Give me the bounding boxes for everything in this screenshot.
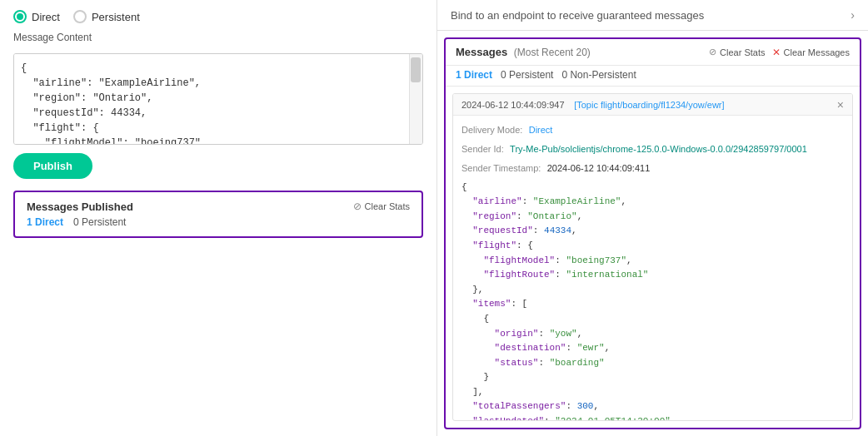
- messages-panel: Messages (Most Recent 20) ⊘ Clear Stats …: [444, 37, 861, 429]
- msg-stat-persistent: 0 Persistent: [501, 69, 553, 81]
- json-line: "flightModel": "boeing737",: [461, 254, 844, 269]
- sender-id-label: Sender Id:: [461, 144, 504, 154]
- json-line: "items": [: [461, 297, 844, 312]
- clear-stats-icon-right: ⊘: [709, 47, 716, 57]
- delivery-mode-label: Delivery Mode:: [461, 125, 522, 135]
- message-timestamp: 2024-06-12 10:44:09:947: [461, 100, 565, 110]
- radio-persistent-label: Persistent: [92, 11, 140, 23]
- json-line: {: [461, 181, 844, 196]
- published-stat-persistent: 0 Persistent: [73, 216, 126, 228]
- json-line: "flight": {: [461, 239, 844, 254]
- sender-ts-label: Sender Timestamp:: [461, 163, 541, 173]
- sender-id-row: Sender Id: Try-Me-Pub/solclientjs/chrome…: [461, 141, 844, 157]
- delivery-mode-value: Direct: [529, 125, 553, 135]
- right-panel: Bind to an endpoint to receive guarantee…: [437, 0, 868, 436]
- scrollbar-track: [409, 54, 422, 144]
- json-line: "status": "boarding": [461, 356, 844, 371]
- radio-direct[interactable]: Direct: [13, 10, 60, 23]
- messages-actions: ⊘ Clear Stats ✕ Clear Messages: [709, 47, 850, 58]
- bind-banner[interactable]: Bind to an endpoint to receive guarantee…: [437, 0, 868, 31]
- sender-ts-value: 2024-06-12 10:44:09:411: [547, 163, 651, 173]
- json-line: },: [461, 283, 844, 298]
- json-line: "requestId": 44334,: [461, 224, 844, 239]
- clear-stats-label-right: Clear Stats: [720, 47, 765, 57]
- json-line: "flightRoute": "international": [461, 268, 844, 283]
- msg-stat-non-persistent: 0 Non-Persistent: [561, 69, 636, 81]
- json-line: "region": "Ontario",: [461, 210, 844, 225]
- messages-published-info: Messages Published 1 Direct 0 Persistent: [27, 201, 133, 228]
- message-content-wrapper: { "airline": "ExampleAirline", "region":…: [13, 53, 423, 145]
- message-body: Delivery Mode: Direct Sender Id: Try-Me-…: [453, 116, 852, 421]
- published-stats-row: 1 Direct 0 Persistent: [27, 216, 133, 228]
- json-line: "lastUpdated": "2024-01-05T14:30:00": [461, 414, 844, 421]
- message-content-label: Message Content: [13, 32, 423, 43]
- radio-persistent[interactable]: Persistent: [73, 10, 140, 23]
- delivery-mode-row: Delivery Mode: Direct: [461, 122, 844, 138]
- messages-subtitle: (Most Recent 20): [514, 47, 591, 58]
- clear-messages-label: Clear Messages: [784, 47, 850, 57]
- left-panel: Direct Persistent Message Content { "air…: [0, 0, 437, 436]
- publish-button[interactable]: Publish: [13, 153, 92, 179]
- clear-messages-icon: ✕: [772, 47, 781, 58]
- message-item-header: 2024-06-12 10:44:09:947 [Topic flight/bo…: [453, 94, 852, 116]
- radio-group: Direct Persistent: [13, 10, 423, 23]
- clear-messages-button[interactable]: ✕ Clear Messages: [772, 47, 850, 58]
- scrollbar-thumb: [411, 57, 421, 82]
- radio-persistent-circle: [73, 10, 87, 23]
- bind-banner-text: Bind to an endpoint to receive guarantee…: [451, 9, 704, 22]
- messages-title: Messages: [456, 46, 507, 58]
- radio-direct-label: Direct: [32, 11, 60, 23]
- message-json-content: { "airline": "ExampleAirline", "region":…: [461, 181, 844, 421]
- messages-header: Messages (Most Recent 20) ⊘ Clear Stats …: [446, 39, 860, 66]
- json-line: "airline": "ExampleAirline",: [461, 195, 844, 210]
- json-line: "destination": "ewr",: [461, 341, 844, 356]
- sender-ts-row: Sender Timestamp: 2024-06-12 10:44:09:41…: [461, 161, 844, 176]
- radio-direct-circle: [13, 10, 27, 23]
- chevron-right-icon: ›: [851, 8, 855, 22]
- clear-stats-icon-left: ⊘: [353, 201, 362, 212]
- clear-stats-label-left: Clear Stats: [365, 201, 410, 211]
- message-close-button[interactable]: ×: [837, 99, 844, 111]
- clear-stats-button-left[interactable]: ⊘ Clear Stats: [353, 201, 410, 212]
- message-item: 2024-06-12 10:44:09:947 [Topic flight/bo…: [452, 93, 853, 421]
- messages-stats-row: 1 Direct 0 Persistent 0 Non-Persistent: [446, 66, 860, 87]
- json-line: }: [461, 370, 844, 385]
- message-topic: [Topic flight/boarding/fl1234/yow/ewr]: [574, 100, 724, 110]
- messages-published-title: Messages Published: [27, 201, 133, 213]
- msg-stat-direct: 1 Direct: [456, 69, 492, 81]
- published-stat-direct: 1 Direct: [27, 216, 63, 228]
- messages-title-group: Messages (Most Recent 20): [456, 46, 591, 58]
- json-line: {: [461, 312, 844, 327]
- clear-stats-button-right[interactable]: ⊘ Clear Stats: [709, 47, 765, 57]
- json-line: ],: [461, 385, 844, 400]
- json-line: "origin": "yow",: [461, 327, 844, 342]
- sender-id-value: Try-Me-Pub/solclientjs/chrome-125.0.0-Wi…: [510, 144, 807, 154]
- json-line: "totalPassengers": 300,: [461, 399, 844, 414]
- message-content-input[interactable]: { "airline": "ExampleAirline", "region":…: [14, 54, 409, 144]
- messages-published-box: Messages Published 1 Direct 0 Persistent…: [13, 191, 423, 238]
